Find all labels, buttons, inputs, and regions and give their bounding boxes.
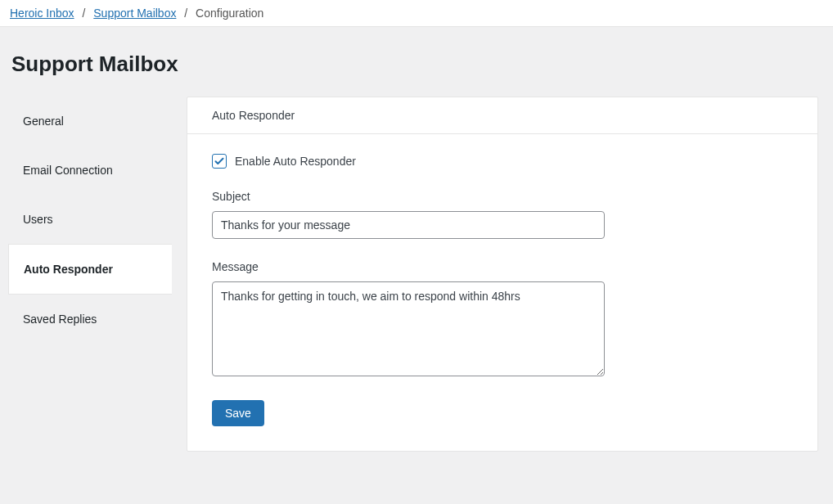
message-field-group: Message xyxy=(212,260,793,379)
panel-body: Enable Auto Responder Subject Message Sa… xyxy=(187,134,817,451)
subject-field-group: Subject xyxy=(212,190,793,239)
tab-label: Email Connection xyxy=(23,164,113,177)
settings-layout: General Email Connection Users Auto Resp… xyxy=(8,97,818,452)
message-label: Message xyxy=(212,260,793,273)
settings-panel: Auto Responder Enable Auto Responder Sub… xyxy=(187,97,818,452)
enable-auto-responder-row: Enable Auto Responder xyxy=(212,154,793,169)
enable-auto-responder-label: Enable Auto Responder xyxy=(235,155,356,168)
tab-saved-replies[interactable]: Saved Replies xyxy=(8,295,172,344)
panel-header: Auto Responder xyxy=(187,97,817,134)
tab-auto-responder[interactable]: Auto Responder xyxy=(8,244,172,295)
save-button[interactable]: Save xyxy=(212,400,264,426)
enable-auto-responder-checkbox[interactable] xyxy=(212,154,227,169)
tab-label: Users xyxy=(23,213,53,226)
content-wrap: Support Mailbox General Email Connection… xyxy=(0,27,833,452)
settings-tabs: General Email Connection Users Auto Resp… xyxy=(8,97,172,344)
breadcrumb-separator: / xyxy=(82,7,85,20)
tab-label: Saved Replies xyxy=(23,313,97,326)
check-icon xyxy=(214,156,224,166)
tab-label: Auto Responder xyxy=(24,263,113,276)
breadcrumb-link-heroic-inbox[interactable]: Heroic Inbox xyxy=(10,7,74,20)
subject-label: Subject xyxy=(212,190,793,203)
tab-label: General xyxy=(23,115,64,128)
breadcrumb: Heroic Inbox / Support Mailbox / Configu… xyxy=(0,0,833,27)
message-textarea[interactable] xyxy=(212,281,605,376)
breadcrumb-separator: / xyxy=(184,7,187,20)
tab-users[interactable]: Users xyxy=(8,195,172,244)
app-root: Heroic Inbox / Support Mailbox / Configu… xyxy=(0,0,833,504)
subject-input[interactable] xyxy=(212,211,605,239)
tab-email-connection[interactable]: Email Connection xyxy=(8,146,172,195)
breadcrumb-link-support-mailbox[interactable]: Support Mailbox xyxy=(93,7,176,20)
breadcrumb-current: Configuration xyxy=(196,7,263,20)
tab-general[interactable]: General xyxy=(8,97,172,146)
page-title: Support Mailbox xyxy=(11,52,818,77)
